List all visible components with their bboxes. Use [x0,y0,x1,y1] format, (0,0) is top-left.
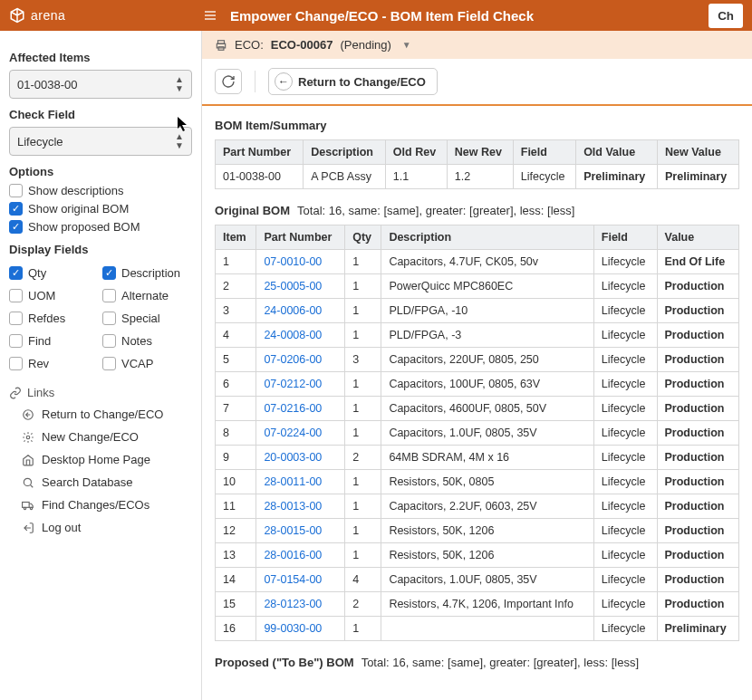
options-label: Options [9,165,192,178]
table-row: 225-0005-001PowerQuicc MPC860ECLifecycle… [216,274,739,299]
link-log-out[interactable]: Log out [9,516,192,539]
table-row: 1228-0015-001Resistors, 50K, 1206Lifecyc… [216,519,739,543]
col-header: New Value [658,140,739,165]
top-right-button[interactable]: Ch [709,4,743,28]
affected-items-label: Affected Items [9,51,192,64]
table-row: 1699-0030-001LifecyclePreliminary [216,617,739,641]
checkbox-label: Notes [121,334,152,348]
part-number-link[interactable]: 28-0016-00 [264,549,322,561]
part-number-link[interactable]: 07-0212-00 [264,378,322,390]
print-icon[interactable] [215,39,227,52]
divider [255,71,255,92]
part-number-link[interactable]: 28-0015-00 [264,524,322,537]
checkbox-label: Show original BOM [28,202,129,216]
part-number-link[interactable]: 28-0013-00 [264,500,322,513]
sidebar: Affected Items 01-0038-00 ▲▼ Check Field… [0,31,201,700]
menu-toggle-icon[interactable] [199,5,221,26]
table-row: 324-0006-001PLD/FPGA, -10LifecycleProduc… [216,299,739,323]
part-number-link[interactable]: 07-0216-00 [264,402,322,415]
bom-summary-title: BOM Item/Summary [215,119,739,132]
svg-point-9 [30,507,32,509]
check-field-select[interactable]: Lifecycle ▲▼ [9,127,192,156]
checkbox-label: Show proposed BOM [28,220,140,234]
main-panel: ECO: ECO-00067 (Pending) ▼ ← Return to C… [201,31,752,700]
link-find-changes-ecos[interactable]: Find Changes/ECOs [9,494,192,516]
col-header: New Rev [447,140,513,165]
proposed-bom-heading: Proposed ("To Be") BOMTotal: 16, same: [… [215,656,739,669]
toolbar: ← Return to Change/ECO [202,59,752,106]
eco-status: (Pending) [340,38,390,52]
col-header: Description [304,140,386,165]
eco-number: ECO-00067 [271,38,333,52]
display-field-description[interactable]: ✓Description [102,266,192,280]
table-row: 507-0206-003Capacitors, 220UF, 0805, 250… [216,348,739,372]
display-field-find[interactable]: Find [9,334,99,348]
checkbox-label: VCAP [121,357,153,370]
option-show-proposed-bom[interactable]: ✓Show proposed BOM [9,220,192,234]
col-header: Old Rev [385,140,447,165]
display-field-alternate[interactable]: Alternate [102,289,192,302]
display-field-uom[interactable]: UOM [9,289,99,302]
part-number-link[interactable]: 25-0005-00 [264,280,322,292]
part-number-link[interactable]: 20-0003-00 [264,451,322,464]
link-new-change-eco[interactable]: New Change/ECO [9,426,192,448]
col-header: Old Value [576,140,658,165]
display-field-special[interactable]: Special [102,312,192,325]
option-show-descriptions[interactable]: Show descriptions [9,184,192,197]
check-field-value: Lifecycle [17,135,63,149]
summary-table: Part NumberDescriptionOld RevNew RevFiel… [215,139,739,189]
checkbox-icon [102,289,116,302]
table-row: 920-0003-00264MB SDRAM, 4M x 16Lifecycle… [216,446,739,470]
checkbox-icon: ✓ [102,266,116,280]
col-header: Item [216,225,256,250]
table-row: 107-0010-001Capacitors, 4.7UF, CK05, 50v… [216,250,739,274]
display-field-rev[interactable]: Rev [9,357,99,370]
svg-point-4 [26,436,30,439]
part-number-link[interactable]: 99-0030-00 [264,622,322,635]
brand-name: arena [31,8,65,23]
chevron-updown-icon: ▲▼ [175,75,184,93]
link-desktop-home-page[interactable]: Desktop Home Page [9,448,192,471]
chevron-updown-icon: ▲▼ [175,132,184,150]
link-search-database[interactable]: Search Database [9,471,192,494]
checkbox-label: Refdes [28,312,65,325]
chevron-down-icon[interactable]: ▼ [402,40,411,50]
part-number-link[interactable]: 24-0006-00 [264,304,322,317]
checkbox-icon [9,289,23,302]
svg-point-5 [24,478,31,485]
affected-items-select[interactable]: 01-0038-00 ▲▼ [9,70,192,99]
part-number-link[interactable]: 07-0010-00 [264,255,322,268]
links-heading: Links [9,386,192,399]
col-header: Field [593,225,657,250]
col-header: Description [381,225,593,250]
display-field-qty[interactable]: ✓Qty [9,266,99,280]
table-row: 707-0216-001Capacitors, 4600UF, 0805, 50… [216,397,739,421]
display-field-notes[interactable]: Notes [102,334,192,348]
link-label: Log out [42,521,81,534]
display-field-vcap[interactable]: VCAP [102,357,192,370]
link-return-to-change-eco[interactable]: Return to Change/ECO [9,403,192,426]
checkbox-label: Rev [28,357,49,370]
part-number-link[interactable]: 28-0123-00 [264,598,322,610]
table-row: 1028-0011-001Resistors, 50K, 0805Lifecyc… [216,470,739,494]
checkbox-label: Qty [28,266,46,280]
brand: arena [9,7,199,24]
col-header: Qty [345,225,381,250]
part-number-link[interactable]: 07-0206-00 [264,353,322,366]
original-bom-table: ItemPart NumberQtyDescriptionFieldValue … [215,225,739,641]
part-number-link[interactable]: 24-0008-00 [264,329,322,341]
checkbox-icon: ✓ [9,220,23,234]
svg-line-6 [30,484,33,487]
checkbox-icon [9,357,23,370]
col-header: Field [513,140,575,165]
table-row: 1128-0013-001Capacitors, 2.2UF, 0603, 25… [216,494,739,519]
return-to-change-button[interactable]: ← Return to Change/ECO [268,68,438,95]
link-label: Desktop Home Page [42,453,150,466]
part-number-link[interactable]: 07-0224-00 [264,427,322,439]
option-show-original-bom[interactable]: ✓Show original BOM [9,202,192,216]
part-number-link[interactable]: 07-0154-00 [264,573,322,586]
part-number-link[interactable]: 28-0011-00 [264,475,322,488]
refresh-button[interactable] [215,69,242,94]
display-field-refdes[interactable]: Refdes [9,312,99,325]
table-row: 1528-0123-002Resistors, 4.7K, 1206, Impo… [216,592,739,617]
